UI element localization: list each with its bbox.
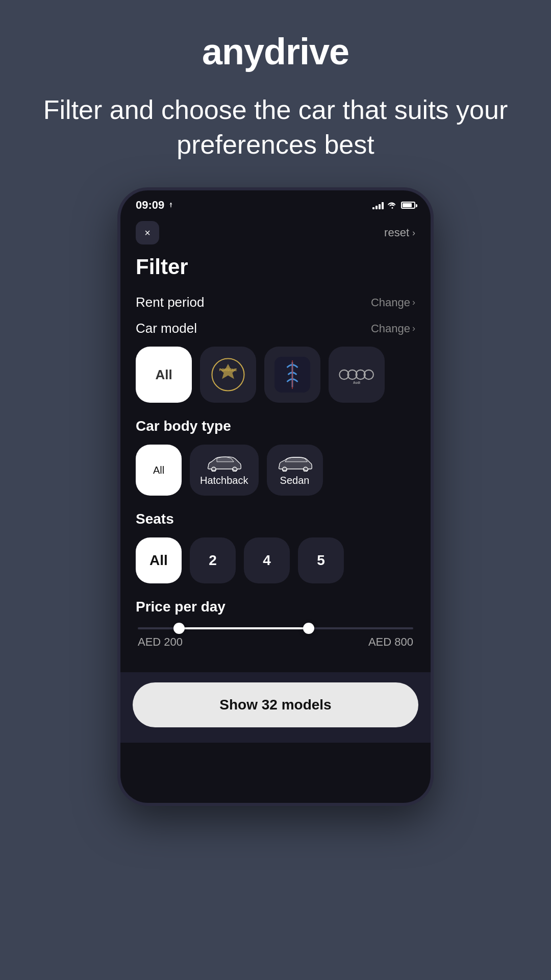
battery-icon (401, 202, 415, 209)
price-labels: AED 200 AED 800 (138, 635, 413, 649)
body-type-button-sedan[interactable]: Sedan (267, 445, 323, 496)
svg-point-12 (303, 467, 308, 472)
app-title: anydrive (202, 31, 349, 72)
app-subtitle: Filter and choose the car that suits you… (41, 93, 510, 162)
brands-row: All PORSCHE (136, 347, 415, 403)
brand-button-all[interactable]: All (136, 347, 192, 403)
filter-title: Filter (136, 255, 415, 279)
svg-point-10 (233, 467, 237, 472)
body-type-button-all[interactable]: All (136, 445, 182, 496)
seat-button-4[interactable]: 4 (244, 537, 290, 583)
show-button-container: Show 32 models (120, 672, 431, 743)
car-model-label: Car model (136, 321, 197, 336)
status-icons (372, 201, 415, 209)
svg-text:Audi: Audi (353, 381, 360, 384)
filter-header: × reset › (136, 221, 415, 244)
price-max-label: AED 800 (368, 635, 413, 649)
filter-panel: × reset › Filter Rent period Change › Ca… (120, 216, 431, 672)
car-model-change-button[interactable]: Change › (371, 322, 415, 335)
seats-row: All 2 4 5 (136, 537, 415, 583)
sedan-car-icon (277, 454, 313, 472)
brand-button-maserati[interactable] (264, 347, 320, 403)
seat-button-all[interactable]: All (136, 537, 182, 583)
signal-icon (372, 201, 384, 209)
slider-fill (179, 627, 309, 629)
status-bar: 09:09 (120, 190, 431, 216)
location-icon (167, 202, 174, 209)
reset-chevron-icon: › (412, 228, 415, 238)
svg-point-11 (282, 467, 287, 472)
phone-frame: 09:09 (117, 187, 434, 806)
svg-marker-2 (219, 364, 237, 379)
slider-thumb-max[interactable] (303, 623, 314, 634)
car-model-chevron-icon: › (412, 323, 415, 334)
brand-button-porsche[interactable]: PORSCHE (200, 347, 256, 403)
rent-period-label: Rent period (136, 295, 204, 310)
body-types-row: All Hatchback (136, 445, 415, 496)
car-model-row: Car model Change › (136, 321, 415, 336)
svg-point-9 (212, 467, 216, 472)
rent-period-row: Rent period Change › (136, 295, 415, 310)
rent-period-change-button[interactable]: Change › (371, 296, 415, 309)
car-body-type-label: Car body type (136, 418, 415, 434)
audi-logo-icon: Audi (339, 357, 374, 393)
body-type-button-hatchback[interactable]: Hatchback (190, 445, 259, 496)
slider-track (138, 627, 413, 629)
seats-label: Seats (136, 511, 415, 527)
status-time: 09:09 (136, 199, 174, 212)
brand-button-audi[interactable]: Audi (329, 347, 385, 403)
price-slider[interactable]: AED 200 AED 800 (136, 627, 415, 649)
reset-button[interactable]: reset › (384, 226, 415, 239)
seat-button-5[interactable]: 5 (298, 537, 344, 583)
porsche-logo-icon: PORSCHE (210, 357, 246, 393)
show-models-button[interactable]: Show 32 models (133, 682, 418, 727)
wifi-icon (388, 202, 397, 209)
rent-period-chevron-icon: › (412, 297, 415, 308)
close-button[interactable]: × (136, 221, 159, 244)
price-per-day-label: Price per day (136, 599, 415, 615)
maserati-logo-icon (274, 357, 310, 393)
phone-screen: 09:09 (120, 190, 431, 803)
hatchback-car-icon (206, 454, 242, 472)
price-min-label: AED 200 (138, 635, 183, 649)
seat-button-2[interactable]: 2 (190, 537, 236, 583)
slider-thumb-min[interactable] (173, 623, 185, 634)
